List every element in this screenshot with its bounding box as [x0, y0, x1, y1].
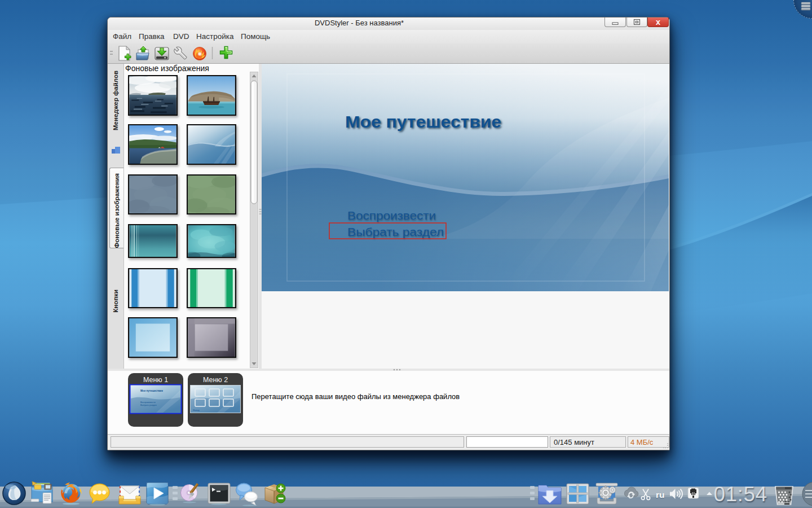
svg-text:Выбрать раздел: Выбрать раздел: [140, 404, 157, 406]
svg-text:x: x: [656, 17, 660, 27]
svg-text:Меню 2: Меню 2: [203, 376, 228, 384]
svg-text:ru: ru: [656, 490, 665, 500]
svg-text:01:54: 01:54: [713, 483, 767, 506]
svg-text:Мое путешествие: Мое путешествие: [345, 113, 501, 131]
svg-text:Мое путешествие: Мое путешествие: [140, 389, 163, 392]
svg-text:Назад: Назад: [193, 409, 200, 411]
svg-text:Воспроизвести: Воспроизвести: [140, 401, 156, 404]
svg-text:Выбрать раздел: Выбрать раздел: [347, 226, 444, 238]
svg-text:Меню 1: Меню 1: [143, 376, 168, 384]
svg-text:Воспроизвести: Воспроизвести: [347, 209, 436, 222]
